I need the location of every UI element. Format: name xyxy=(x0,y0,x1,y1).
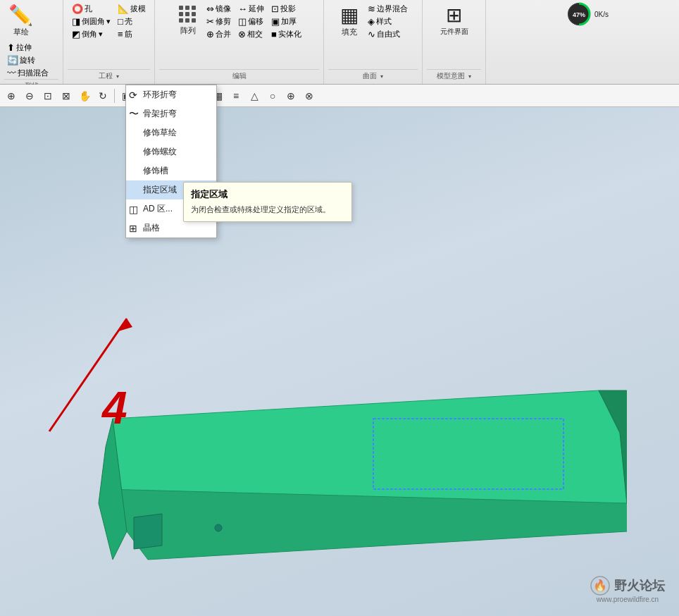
bone-bend-icon: 〜 xyxy=(129,108,139,121)
style-button[interactable]: ◈ 样式 xyxy=(365,16,411,27)
hole-icon: ⭕ xyxy=(72,4,83,14)
rotate-icon: 🔄 xyxy=(7,55,18,66)
component-interface-icon: ⊞ xyxy=(446,6,462,25)
specify-region-label: 指定区域 xyxy=(143,184,177,196)
view-btn-11[interactable]: ⊗ xyxy=(301,87,318,104)
ribbon-group-surface: ▦ 填充 ≋ 边界混合 ◈ 样式 ∿ 自由式 曲面 ▾ xyxy=(324,0,423,84)
zoom-window-button[interactable]: ⊠ xyxy=(58,87,75,104)
project-label: 投影 xyxy=(280,4,296,14)
project-button[interactable]: ⊡ 投影 xyxy=(268,3,304,15)
rib-button[interactable]: ≡ 筋 xyxy=(115,28,149,40)
view-btn-9[interactable]: ○ xyxy=(264,87,281,104)
ring-bend-label: 环形折弯 xyxy=(143,89,177,101)
view-btn-7[interactable]: ≡ xyxy=(228,87,244,104)
ad-region-label: AD 区... xyxy=(143,203,173,215)
rotate-view-button[interactable]: ↻ xyxy=(94,87,111,104)
freeform-label: 自由式 xyxy=(377,29,400,39)
view-btn-10[interactable]: ⊕ xyxy=(282,87,299,104)
model-view-group-label: 模型意图 ▾ xyxy=(427,69,481,81)
extend-icon: ↔ xyxy=(238,4,247,14)
zoom-fit-button[interactable]: ⊡ xyxy=(39,87,56,104)
decorate-sketch-label: 修饰草绘 xyxy=(143,127,177,139)
draw-button[interactable]: ✏️ 草绘 xyxy=(4,3,37,40)
edit-col3: ⊡ 投影 ▣ 加厚 ■ 实体化 xyxy=(268,3,304,40)
engineering-buttons: ⭕ 孔 ◨ 倒圆角 ▾ ◩ 倒角 ▾ 📐 拔模 xyxy=(69,3,149,69)
hole-button[interactable]: ⭕ 孔 xyxy=(69,3,113,15)
dropdown-item-decorate-groove[interactable]: 修饰槽 xyxy=(126,161,216,180)
intersect-icon: ⊗ xyxy=(238,29,246,39)
zoom-in-button[interactable]: ⊕ xyxy=(3,87,20,104)
tooltip-title: 指定区域 xyxy=(191,188,344,201)
model-view-buttons: ⊞ 元件界面 xyxy=(436,3,473,69)
view-btn-8[interactable]: △ xyxy=(246,87,263,104)
component-interface-button[interactable]: ⊞ 元件界面 xyxy=(436,3,473,39)
blend-surface-button[interactable]: ≋ 边界混合 xyxy=(365,3,411,15)
mirror-icon: ⇔ xyxy=(206,4,214,14)
pull-button[interactable]: ⬆ 拉伸 xyxy=(4,42,51,54)
freeform-icon: ∿ xyxy=(368,29,375,39)
project-icon: ⊡ xyxy=(271,4,279,14)
trim-button[interactable]: ✂ 修剪 xyxy=(204,16,234,27)
ad-region-icon: ◫ xyxy=(129,204,138,215)
rotate-button[interactable]: 🔄 旋转 xyxy=(4,54,51,66)
chamfer2-dropdown-arrow[interactable]: ▾ xyxy=(99,30,103,39)
ribbon-group-shape: ✏️ 草绘 ⬆ 拉伸 🔄 旋转 〰 扫描混合 形状 xyxy=(0,0,63,84)
merge-button[interactable]: ⊕ 合并 xyxy=(204,28,234,40)
style-label: 样式 xyxy=(376,16,392,27)
dropdown-item-decorate-sketch[interactable]: 修饰草绘 xyxy=(126,123,216,142)
array-icon xyxy=(179,6,197,24)
chamfer-button[interactable]: ◨ 倒圆角 ▾ xyxy=(69,16,113,27)
toolbar-divider xyxy=(114,89,115,103)
intersect-button[interactable]: ⊗ 相交 xyxy=(235,28,267,40)
dropdown-item-ring-bend[interactable]: ⟳ 环形折弯 xyxy=(126,85,216,104)
blend-surface-label: 边界混合 xyxy=(377,4,408,14)
dropdown-item-decorate-thread[interactable]: 修饰螺纹 xyxy=(126,142,216,161)
array-button[interactable]: 阵列 xyxy=(174,3,202,39)
extend-button[interactable]: ↔ 延伸 xyxy=(235,3,267,15)
svg-marker-6 xyxy=(134,514,162,549)
rib-label: 筋 xyxy=(125,29,132,39)
ring-bend-icon: ⟳ xyxy=(129,90,137,101)
view-toolbar: ⊕ ⊖ ⊡ ⊠ ✋ ↻ ▣ ◈ ⊞ ⊟ ◫ ▦ ≡ △ ○ ⊕ ⊗ xyxy=(0,85,679,107)
draft-label: 拔模 xyxy=(130,4,146,14)
chamfer2-button[interactable]: ◩ 倒角 ▾ xyxy=(69,28,113,40)
watermark-sub-text: www.proewildfire.cn xyxy=(597,596,659,603)
model-view-dropdown-arrow[interactable]: ▾ xyxy=(468,73,471,80)
edit-group-label: 编辑 xyxy=(159,69,319,81)
trim-label: 修剪 xyxy=(216,16,231,27)
chamfer-dropdown-arrow[interactable]: ▾ xyxy=(106,17,111,26)
sweep-mix-button[interactable]: 〰 扫描混合 xyxy=(4,67,51,79)
svg-text:47%: 47% xyxy=(573,11,585,18)
watermark: 🔥 野火论坛 www.proewildfire.cn xyxy=(590,576,665,603)
engineering-group-label: 工程 ▾ xyxy=(68,69,150,81)
surface-dropdown-arrow[interactable]: ▾ xyxy=(380,73,383,80)
solidify-button[interactable]: ■ 实体化 xyxy=(268,28,304,40)
ribbon-group-edit: 阵列 ⇔ 镜像 ✂ 修剪 ⊕ 合并 ↔ 延伸 xyxy=(155,0,324,84)
extend-label: 延伸 xyxy=(249,4,264,14)
thicken-button[interactable]: ▣ 加厚 xyxy=(268,16,304,27)
offset-button[interactable]: ◫ 偏移 xyxy=(235,16,267,27)
shell-button[interactable]: □ 壳 xyxy=(115,16,149,27)
solidify-label: 实体化 xyxy=(278,29,301,39)
tooltip-description: 为闭合检查或特殊处理定义指定的区域。 xyxy=(191,204,344,216)
engineering-dropdown-arrow[interactable]: ▾ xyxy=(116,73,119,80)
mirror-button[interactable]: ⇔ 镜像 xyxy=(204,3,234,15)
wildfire-logo-icon: 🔥 xyxy=(590,576,610,596)
chamfer2-icon: ◩ xyxy=(72,29,80,39)
freeform-button[interactable]: ∿ 自由式 xyxy=(365,28,411,40)
fill-icon: ▦ xyxy=(340,6,359,25)
component-interface-label: 元件界面 xyxy=(440,27,468,37)
draw-icon: ✏️ xyxy=(8,6,33,25)
edit-col2: ↔ 延伸 ◫ 偏移 ⊗ 相交 xyxy=(235,3,267,40)
chamfer-icon: ◨ xyxy=(72,16,80,27)
chamfer-label: 倒圆角 xyxy=(82,16,105,27)
draw-label: 草绘 xyxy=(13,27,29,37)
thicken-label: 加厚 xyxy=(281,16,297,27)
draft-icon: 📐 xyxy=(118,4,129,14)
fill-button[interactable]: ▦ 填充 xyxy=(335,3,363,40)
dropdown-item-bone-bend[interactable]: 〜 骨架折弯 xyxy=(126,104,216,123)
zoom-out-button[interactable]: ⊖ xyxy=(21,87,38,104)
pan-button[interactable]: ✋ xyxy=(76,87,93,104)
blend-surface-icon: ≋ xyxy=(368,4,375,14)
draft-button[interactable]: 📐 拔模 xyxy=(115,3,149,15)
